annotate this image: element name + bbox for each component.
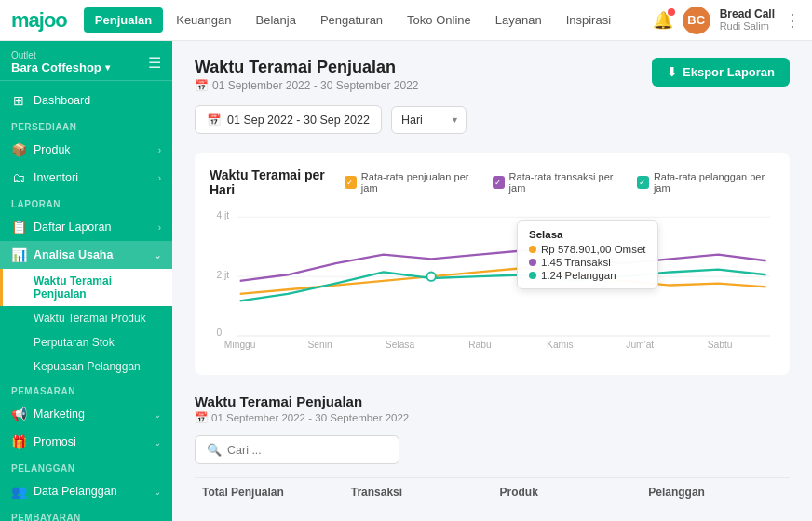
export-icon: ⬇ — [667, 65, 677, 79]
svg-text:Minggu: Minggu — [224, 340, 256, 350]
chart-area: 4 jt 2 jt 0 Minggu — [210, 207, 775, 360]
section2: Waktu Teramai Penjualan 📅 01 September 2… — [195, 394, 790, 506]
produk-icon: 📦 — [11, 142, 26, 157]
analisa-usaha-icon: 📊 — [11, 247, 26, 262]
analisa-usaha-chevron-icon: ⌄ — [154, 250, 161, 260]
section-label-persediaan: PERSEDIAAN — [0, 114, 172, 136]
user-role: Rudi Salim — [720, 20, 775, 33]
produk-chevron-icon: › — [158, 145, 161, 155]
daftar-laporan-chevron-icon: › — [158, 222, 161, 233]
notification-badge — [668, 8, 675, 16]
sidebar: Outlet Bara Coffeshop ▾ ☰ ⊞ Dashboard PE… — [0, 41, 172, 521]
nav-right: 🔔 BC Bread Call Rudi Salim ⋮ — [653, 7, 801, 34]
data-pelanggan-icon: 👥 — [11, 484, 26, 499]
sidebar-item-promosi[interactable]: 🎁 Promosi ⌄ — [0, 428, 172, 456]
chart-title: Waktu Teramai per Hari — [210, 167, 345, 197]
dashboard-icon: ⊞ — [11, 93, 26, 108]
export-button[interactable]: ⬇ Ekspor Laporan — [652, 58, 790, 87]
svg-text:4 jt: 4 jt — [216, 210, 229, 220]
svg-text:Jum'at: Jum'at — [626, 340, 654, 350]
section2-header-left: Waktu Teramai Penjualan 📅 01 September 2… — [195, 394, 409, 424]
sidebar-item-data-pelanggan[interactable]: 👥 Data Pelanggan ⌄ — [0, 477, 172, 505]
table-header: Total Penjualan Transaksi Produk Pelangg… — [195, 477, 790, 506]
svg-text:Rabu: Rabu — [468, 340, 492, 350]
tooltip-dot-pelanggan — [426, 272, 435, 280]
promosi-chevron-icon: ⌄ — [154, 437, 161, 448]
sidebar-item-marketing[interactable]: 📢 Marketing ⌄ — [0, 400, 172, 428]
daftar-laporan-icon: 📋 — [11, 220, 26, 234]
nav-tab-penjualan[interactable]: Penjualan — [84, 7, 163, 33]
svg-text:Sabtu: Sabtu — [708, 340, 733, 350]
marketing-chevron-icon: ⌄ — [154, 409, 161, 420]
period-select[interactable]: Hari Minggu Bulan — [391, 106, 467, 134]
nav-tab-keuangan[interactable]: Keuangan — [165, 7, 242, 33]
section-label-pemasaran: PEMASARAN — [0, 379, 172, 400]
sidebar-sub-item-perputaran-stok[interactable]: Perputaran Stok — [0, 330, 172, 354]
user-info: Bread Call Rudi Salim — [720, 7, 775, 33]
outlet-name[interactable]: Bara Coffeshop ▾ — [11, 60, 110, 74]
sidebar-item-label: Dashboard — [34, 94, 161, 107]
page-subtitle: 📅 01 September 2022 - 30 September 2022 — [195, 79, 418, 92]
legend-item-transaksi: ✓ Rata-rata transaksi per jam — [493, 171, 624, 194]
avatar: BC — [683, 7, 710, 34]
section2-calendar-icon: 📅 — [195, 411, 208, 424]
nav-tab-inspirasi[interactable]: Inspirasi — [555, 7, 622, 33]
table-col-transaksi: Transaksi — [344, 486, 493, 499]
svg-text:Kamis: Kamis — [547, 340, 574, 350]
nav-tab-belanja[interactable]: Belanja — [245, 7, 307, 33]
nav-tab-toko-online[interactable]: Toko Online — [396, 7, 482, 33]
outlet-info: Outlet Bara Coffeshop ▾ — [11, 50, 110, 74]
svg-text:2 jt: 2 jt — [216, 270, 229, 280]
chart-section: Waktu Teramai per Hari ✓ Rata-rata penju… — [195, 153, 790, 375]
top-nav: majoo Penjualan Keuangan Belanja Pengatu… — [0, 0, 812, 41]
page-header: Waktu Teramai Penjualan 📅 01 September 2… — [195, 58, 790, 92]
notification-bell[interactable]: 🔔 — [653, 10, 673, 31]
page-header-left: Waktu Teramai Penjualan 📅 01 September 2… — [195, 58, 418, 92]
sidebar-item-produk[interactable]: 📦 Produk › — [0, 136, 172, 164]
main-layout: Outlet Bara Coffeshop ▾ ☰ ⊞ Dashboard PE… — [0, 41, 812, 521]
period-select-wrapper: Hari Minggu Bulan — [391, 106, 467, 134]
svg-text:Selasa: Selasa — [386, 340, 415, 350]
section-label-laporan: LAPORAN — [0, 192, 172, 213]
nav-tab-pengaturan[interactable]: Pengaturan — [309, 7, 394, 33]
user-name: Bread Call — [720, 7, 775, 20]
legend-item-penjualan: ✓ Rata-rata penjualan per jam — [345, 171, 480, 194]
table-col-total-penjualan: Total Penjualan — [195, 486, 344, 499]
app-logo: majoo — [11, 8, 67, 33]
promosi-icon: 🎁 — [11, 434, 26, 449]
date-range-calendar-icon: 📅 — [207, 113, 222, 127]
search-icon: 🔍 — [207, 443, 222, 457]
search-bar: 🔍 — [195, 435, 399, 464]
legend-check-pelanggan: ✓ — [637, 176, 649, 189]
svg-text:Senin: Senin — [307, 340, 332, 350]
chart-header: Waktu Teramai per Hari ✓ Rata-rata penju… — [210, 167, 775, 197]
outlet-label: Outlet — [11, 50, 110, 60]
svg-text:0: 0 — [216, 327, 222, 338]
sidebar-nav: ⊞ Dashboard PERSEDIAAN 📦 Produk › 🗂 Inve… — [0, 81, 172, 521]
sidebar-item-daftar-laporan[interactable]: 📋 Daftar Laporan › — [0, 213, 172, 241]
calendar-icon: 📅 — [195, 79, 209, 92]
sidebar-sub-item-kepuasan-pelanggan[interactable]: Kepuasan Pelanggan — [0, 354, 172, 379]
content-area: Waktu Teramai Penjualan 📅 01 September 2… — [172, 41, 812, 521]
date-range-button[interactable]: 📅 01 Sep 2022 - 30 Sep 2022 — [195, 105, 382, 134]
sidebar-sub-item-waktu-teramai-produk[interactable]: Waktu Teramai Produk — [0, 306, 172, 330]
sidebar-item-dashboard[interactable]: ⊞ Dashboard — [0, 87, 172, 114]
sidebar-item-inventori[interactable]: 🗂 Inventori › — [0, 164, 172, 192]
table-col-pelanggan: Pelanggan — [641, 486, 790, 499]
outlet-chevron-icon: ▾ — [105, 62, 110, 73]
chart-svg: 4 jt 2 jt 0 Minggu — [210, 207, 775, 351]
inventori-icon: 🗂 — [11, 170, 26, 185]
data-pelanggan-chevron-icon: ⌄ — [154, 487, 161, 497]
more-icon[interactable]: ⋮ — [784, 10, 801, 31]
sidebar-item-analisa-usaha[interactable]: 📊 Analisa Usaha ⌄ — [0, 241, 172, 269]
sidebar-outlet: Outlet Bara Coffeshop ▾ ☰ — [0, 41, 172, 81]
filters-row: 📅 01 Sep 2022 - 30 Sep 2022 Hari Minggu … — [195, 105, 790, 134]
sidebar-hamburger-icon[interactable]: ☰ — [148, 54, 161, 72]
section-label-pembayaran: PEMBAYARAN — [0, 505, 172, 521]
inventori-chevron-icon: › — [158, 173, 161, 183]
search-input[interactable] — [227, 444, 387, 457]
sidebar-sub-item-waktu-teramai-penjualan[interactable]: Waktu Teramai Penjualan — [0, 269, 172, 306]
nav-tab-layanan[interactable]: Layanan — [484, 7, 553, 33]
legend-check-penjualan: ✓ — [345, 176, 357, 189]
section2-title: Waktu Teramai Penjualan — [195, 394, 409, 409]
